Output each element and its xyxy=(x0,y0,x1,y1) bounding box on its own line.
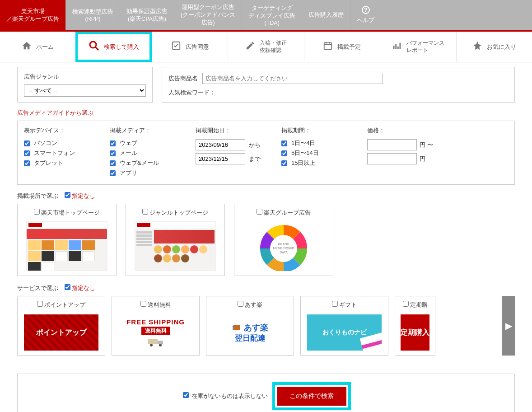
media-web-mail[interactable]: ウェブ&メール xyxy=(110,159,177,167)
svg-rect-7 xyxy=(393,46,395,49)
service-nospec[interactable]: 指定なし xyxy=(65,284,95,292)
svg-rect-17 xyxy=(158,341,163,344)
svg-point-18 xyxy=(150,344,153,346)
media-app[interactable]: アプリ xyxy=(110,169,177,177)
thumb-group-ad: BRAND MEMBERSHIP DATA xyxy=(243,221,324,271)
tab-rakuten-market[interactable]: 楽天市場 ／楽天グループ広告 xyxy=(0,0,66,30)
placement-card-ichiba-top[interactable]: 楽天市場トップページ xyxy=(17,204,117,276)
device-tablet[interactable]: タブレット xyxy=(24,159,92,167)
product-name-input[interactable] xyxy=(202,73,383,84)
service-scroll-right[interactable]: ▶ xyxy=(502,296,515,356)
subnav-search-buy[interactable]: 検索して購入 xyxy=(75,32,151,62)
popular-words-label: 人気検索ワード： xyxy=(168,89,508,97)
media-guide-title: 広告メディアガイドから選ぶ xyxy=(17,109,515,117)
price-min-input[interactable] xyxy=(367,139,417,150)
tab-coupon-advance[interactable]: 運用型クーポン広告 (クーポンアドバンス 広告) xyxy=(174,0,242,30)
svg-rect-8 xyxy=(395,44,397,49)
service-card-pointup[interactable]: ポイントアップ ポイントアップ xyxy=(17,296,105,356)
freeship-banner: FREE SHIPPING 送料無料 xyxy=(118,314,193,351)
star-icon xyxy=(472,41,482,53)
sub-nav: ホーム 検索して購入 広告同意 入稿・修正依頼確認 掲載予定 パフォーマンスレポ… xyxy=(0,32,532,62)
calendar-icon xyxy=(323,41,333,53)
check-square-icon xyxy=(171,41,181,53)
svg-rect-9 xyxy=(397,46,399,49)
service-card-teiki[interactable]: 定期購 定期購入 xyxy=(395,296,435,356)
device-label: 表示デバイス： xyxy=(24,126,92,135)
asuraku-banner: あす楽 翌日配達 xyxy=(213,314,287,351)
placement-card-genre-top[interactable]: ジャンルトップページ xyxy=(126,204,225,276)
service-card-freeship[interactable]: 送料無料 FREE SHIPPING 送料無料 xyxy=(112,296,200,356)
service-card-asuraku[interactable]: あす楽 あす楽 翌日配達 xyxy=(206,296,294,356)
genre-select[interactable]: -- すべて -- xyxy=(24,84,146,97)
period-1-4[interactable]: 1日〜4日 xyxy=(281,139,349,147)
date-to-input[interactable] xyxy=(196,153,245,164)
search-icon xyxy=(89,40,99,54)
svg-text:MEMBERSHIP: MEMBERSHIP xyxy=(273,247,294,250)
placement-title: 掲載場所で選ぶ xyxy=(17,192,58,200)
price-max-input[interactable] xyxy=(367,153,417,164)
service-title: サービスで選ぶ xyxy=(17,284,58,292)
start-date-label: 掲載開始日： xyxy=(196,126,263,135)
search-footer-bar: 在庫がないものは表示しない この条件で検索 xyxy=(17,374,515,412)
svg-line-1 xyxy=(95,47,98,50)
subnav-home[interactable]: ホーム xyxy=(0,32,75,62)
media-label: 掲載メディア： xyxy=(110,126,177,135)
pencil-icon xyxy=(245,41,255,53)
tab-tda[interactable]: ターゲティング ディスプレイ広告 (TDA) xyxy=(242,0,302,30)
top-nav: 楽天市場 ／楽天グループ広告 検索連動型広告 (RPP) 効果保証型広告 (楽天… xyxy=(0,0,532,32)
hide-out-of-stock[interactable]: 在庫がないものは表示しない xyxy=(183,392,268,400)
teiki-banner: 定期購入 xyxy=(401,314,429,351)
search-submit-button[interactable]: この条件で検索 xyxy=(277,387,346,406)
svg-rect-16 xyxy=(148,339,158,344)
chevron-right-icon: ▶ xyxy=(505,320,512,331)
svg-point-19 xyxy=(159,344,162,346)
gift-banner: おくりものナビ xyxy=(307,314,382,351)
thumb-genre-top xyxy=(135,221,216,271)
date-from-input[interactable] xyxy=(196,139,245,150)
subnav-consent[interactable]: 広告同意 xyxy=(152,32,228,62)
subnav-performance[interactable]: パフォーマンスレポート xyxy=(380,32,456,62)
tab-cpa[interactable]: 効果保証型広告 (楽天CPA広告) xyxy=(120,0,174,30)
svg-point-0 xyxy=(90,42,96,48)
placement-nospec[interactable]: 指定なし xyxy=(65,192,95,200)
subnav-favorite[interactable]: お気に入り xyxy=(456,32,532,62)
device-pc[interactable]: パソコン xyxy=(24,139,92,147)
thumb-ichiba-top xyxy=(26,221,107,271)
subnav-schedule[interactable]: 掲載予定 xyxy=(304,32,380,62)
placement-card-group-ad[interactable]: 楽天グループ広告 BRAND xyxy=(234,204,333,276)
home-icon xyxy=(22,41,32,53)
price-label: 価格： xyxy=(367,126,435,135)
svg-rect-20 xyxy=(233,325,240,330)
product-name-label: 広告商品名 xyxy=(168,75,198,83)
svg-rect-3 xyxy=(324,42,332,49)
period-5-14[interactable]: 5日〜14日 xyxy=(281,149,349,157)
service-card-gift[interactable]: ギフト おくりものナビ xyxy=(300,296,388,356)
media-mail[interactable]: メール xyxy=(110,149,177,157)
device-smartphone[interactable]: スマートフォン xyxy=(24,149,92,157)
bar-chart-icon xyxy=(392,41,402,53)
period-label: 掲載期間： xyxy=(281,126,349,135)
svg-text:BRAND: BRAND xyxy=(278,243,289,246)
svg-rect-10 xyxy=(399,42,401,49)
period-15plus[interactable]: 15日以上 xyxy=(281,159,349,167)
pointup-banner: ポイントアップ xyxy=(24,314,98,351)
media-web[interactable]: ウェブ xyxy=(110,139,177,147)
genre-label: 広告ジャンル xyxy=(24,73,146,81)
svg-text:DATA: DATA xyxy=(280,251,288,254)
subnav-edit-confirm[interactable]: 入稿・修正依頼確認 xyxy=(228,32,303,62)
help-link[interactable]: ? ヘルプ xyxy=(350,0,381,30)
tab-history[interactable]: 広告購入履歴 xyxy=(302,0,350,30)
tab-rpp[interactable]: 検索連動型広告 (RPP) xyxy=(66,0,120,30)
help-icon: ? xyxy=(362,6,370,14)
